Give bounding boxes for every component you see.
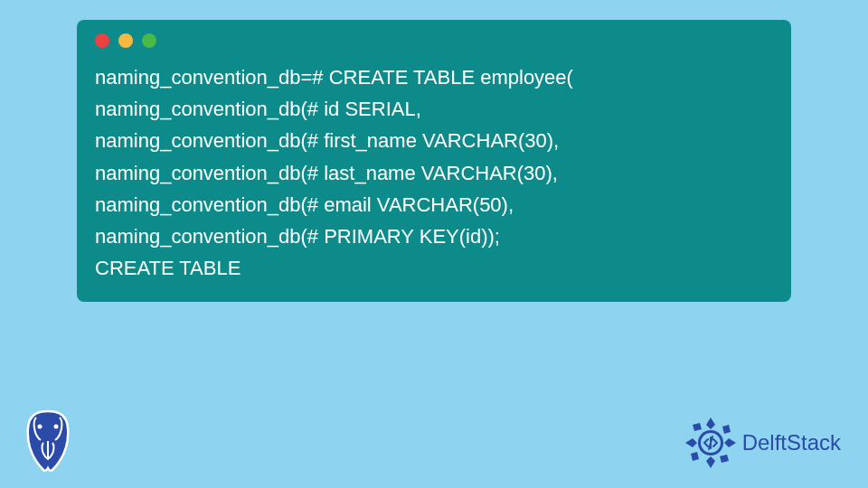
- minimize-icon[interactable]: [118, 33, 133, 48]
- terminal-content: naming_convention_db=# CREATE TABLE empl…: [95, 61, 773, 284]
- code-line: naming_convention_db=# CREATE TABLE empl…: [95, 61, 773, 93]
- delftstack-icon: [684, 416, 738, 470]
- code-line: naming_convention_db(# email VARCHAR(50)…: [95, 189, 773, 221]
- maximize-icon[interactable]: [142, 33, 156, 48]
- window-controls: [95, 33, 773, 48]
- delftstack-logo: DelftStack: [684, 416, 841, 470]
- delftstack-label: DelftStack: [742, 430, 841, 455]
- code-line: naming_convention_db(# last_name VARCHAR…: [95, 157, 773, 189]
- svg-point-1: [54, 425, 59, 429]
- code-line: naming_convention_db(# id SERIAL,: [95, 93, 773, 125]
- code-line: naming_convention_db(# first_name VARCHA…: [95, 125, 773, 156]
- code-line: CREATE TABLE: [95, 252, 773, 284]
- code-line: naming_convention_db(# PRIMARY KEY(id));: [95, 221, 773, 252]
- close-icon[interactable]: [95, 33, 109, 48]
- postgresql-logo-icon: [16, 407, 80, 474]
- svg-point-0: [38, 425, 42, 429]
- terminal-window: naming_convention_db=# CREATE TABLE empl…: [77, 20, 791, 302]
